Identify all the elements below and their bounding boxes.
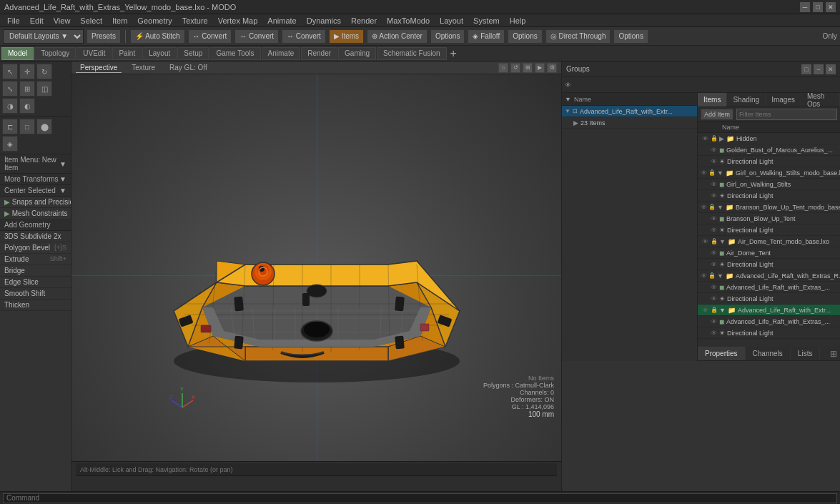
vp-play-icon[interactable]: ▶ [535,63,545,73]
menu-system[interactable]: System [469,16,504,26]
menu-select[interactable]: Select [76,16,107,26]
menu-render[interactable]: Render [347,16,381,26]
tab-game-tools[interactable]: Game Tools [209,47,260,60]
eye-icon-1[interactable]: 👁 [709,146,718,154]
groups-min-btn[interactable]: − [814,64,824,74]
item-row-12[interactable]: 👁 🔒 ▼ 📁 Advanced_Life_Raft_with_Extras_R… [698,270,840,282]
extrude-item[interactable]: Extrude Shift+ [0,254,71,265]
item-row-13[interactable]: 👁 ◼ Advanced_Life_Raft_with_Extras_... [698,282,840,293]
viewport[interactable]: Perspective Texture Ray GL: Off ⌂ ↺ ⊞ ▶ … [71,61,561,504]
expand-15[interactable]: ▼ [719,307,726,314]
expand-9[interactable]: ▼ [719,238,726,245]
item-row-9[interactable]: 👁 🔒 ▼ 📁 Air_Dome_Tent_modo_base.lxo [698,236,840,247]
close-btn[interactable]: ✕ [826,2,836,12]
lasso-icon[interactable]: ⊏ [2,119,18,134]
tab-paint[interactable]: Paint [112,47,142,60]
eye-icon-5[interactable]: 👁 [709,192,718,200]
eye-icon-15[interactable]: 👁 [701,306,709,315]
tab-render[interactable]: Render [301,47,337,60]
convert-btn1[interactable]: ↔ Convert [188,29,232,44]
items-btn[interactable]: ▶ Items [329,29,364,44]
props-expand-icon[interactable]: ⊞ [830,349,837,359]
tab-items[interactable]: Items [698,93,727,107]
action-center-btn[interactable]: ⊕ Action Center [367,29,428,44]
menu-file[interactable]: File [3,16,24,26]
window-controls[interactable]: ─ □ ✕ [800,2,836,12]
move-icon[interactable]: ✛ [19,64,35,79]
item-row-11[interactable]: 👁 ☀ Directional Light [698,259,840,270]
filter-items-input[interactable] [736,109,837,120]
tab-topology[interactable]: Topology [34,47,76,60]
tab-uvedit[interactable]: UVEdit [76,47,112,60]
layout-dropdown[interactable]: Default Layouts ▼ [3,29,84,44]
tab-setup[interactable]: Setup [177,47,209,60]
options-btn2[interactable]: Options [508,29,542,44]
maximize-btn[interactable]: □ [813,2,823,12]
item-row-2[interactable]: 👁 ☀ Directional Light [698,156,840,167]
groups-close-btn[interactable]: ✕ [826,64,836,74]
scene-canvas[interactable]: Z X Y No Items Polygons : Catmull-Clark … [71,74,561,461]
add-geometry-header[interactable]: Add Geometry [0,219,71,231]
group-item-active[interactable]: ▼ ⊡ Advanced_Life_Raft_with_Extr... [562,106,697,117]
expand-6[interactable]: ▼ [717,204,723,211]
item-row-15[interactable]: 👁 🔒 ▼ 📁 Advanced_Life_Raft_with_Extr... [698,305,840,316]
menu-animate[interactable]: Animate [263,16,300,26]
viewport-texture[interactable]: Texture [127,63,159,72]
direct-through-btn[interactable]: ◎ Direct Through [545,29,611,44]
convert-btn2[interactable]: ↔ Convert [234,29,279,44]
select-icon[interactable]: ↖ [2,64,18,79]
snaps-item[interactable]: ▶ Snaps and Precision [0,197,71,208]
edge-slice-item[interactable]: Edge Slice [0,277,71,288]
eye-icon-14[interactable]: 👁 [709,295,718,303]
menu-view[interactable]: View [49,16,75,26]
falloff-btn[interactable]: ◈ Falloff [468,29,505,44]
center-selected-header[interactable]: Center Selected ▼ [0,185,71,197]
presets-btn[interactable]: Presets [87,29,121,44]
item-row-14[interactable]: 👁 ☀ Directional Light [698,293,840,305]
eye-icon-8[interactable]: 👁 [709,226,718,234]
tool7-icon[interactable]: ◐ [19,98,35,114]
tab-animate[interactable]: Animate [262,47,301,60]
item-row-6[interactable]: 👁 🔒 ▼ 📁 Branson_Blow_Up_Tent_modo_base..… [698,202,840,213]
3ds-subdivide-item[interactable]: 3DS Subdivide 2x [0,231,71,242]
tab-properties[interactable]: Properties [698,347,746,360]
tool6-icon[interactable]: ◑ [2,98,18,114]
eye-icon-4[interactable]: 👁 [709,180,718,189]
item-row-3[interactable]: 👁 🔒 ▼ 📁 Girl_on_Walking_Stilts_modo_base… [698,167,840,179]
menu-dynamics[interactable]: Dynamics [302,16,345,26]
tab-layout[interactable]: Layout [142,47,177,60]
eye-icon-7[interactable]: 👁 [709,214,718,223]
mesh-constraints-item[interactable]: ▶ Mesh Constraints [0,208,71,219]
eye-icon-6[interactable]: 👁 [701,203,707,212]
menu-edit[interactable]: Edit [26,16,48,26]
menu-texture[interactable]: Texture [178,16,212,26]
eye-icon-9[interactable]: 👁 [701,237,709,246]
viewport-ray-gl[interactable]: Ray GL: Off [165,63,212,72]
group-item-sub[interactable]: ▶ 23 Items [562,117,697,129]
item-menu-header[interactable]: Item Menu: New Item ▼ [0,154,71,174]
options-btn3[interactable]: Options [613,29,648,44]
item-row-7[interactable]: 👁 ◼ Branson_Blow_Up_Tent [698,213,840,224]
vp-snap-icon[interactable]: ⊞ [523,63,533,73]
menu-geometry[interactable]: Geometry [133,16,176,26]
sel4-icon[interactable]: ◈ [2,136,18,152]
box-icon[interactable]: □ [19,119,35,134]
transform-icon[interactable]: ⊞ [19,81,35,97]
more-transforms-header[interactable]: More Transforms ▼ [0,174,71,185]
tab-mesh-ops[interactable]: Mesh Ops [801,93,840,107]
menu-vertex-map[interactable]: Vertex Map [214,16,262,26]
thicken-item[interactable]: Thicken [0,300,71,311]
vp-settings-icon[interactable]: ⚙ [547,63,557,73]
tab-model[interactable]: Model [1,47,34,60]
eye-icon-12[interactable]: 👁 [701,272,707,280]
polygon-bevel-item[interactable]: Polygon Bevel {+}S [0,242,71,254]
item-row-10[interactable]: 👁 ◼ Air_Dome_Tent [698,247,840,259]
tab-channels[interactable]: Channels [746,347,791,360]
add-item-btn[interactable]: Add Item [701,109,733,120]
item-row-17[interactable]: 👁 ☀ Directional Light [698,327,840,339]
expand-12[interactable]: ▼ [717,272,723,280]
convert-btn3[interactable]: ↔ Convert [282,29,326,44]
tab-schematic[interactable]: Schematic Fusion [377,47,446,60]
eye-icon-0[interactable]: 👁 [701,134,709,143]
menu-help[interactable]: Help [505,16,530,26]
